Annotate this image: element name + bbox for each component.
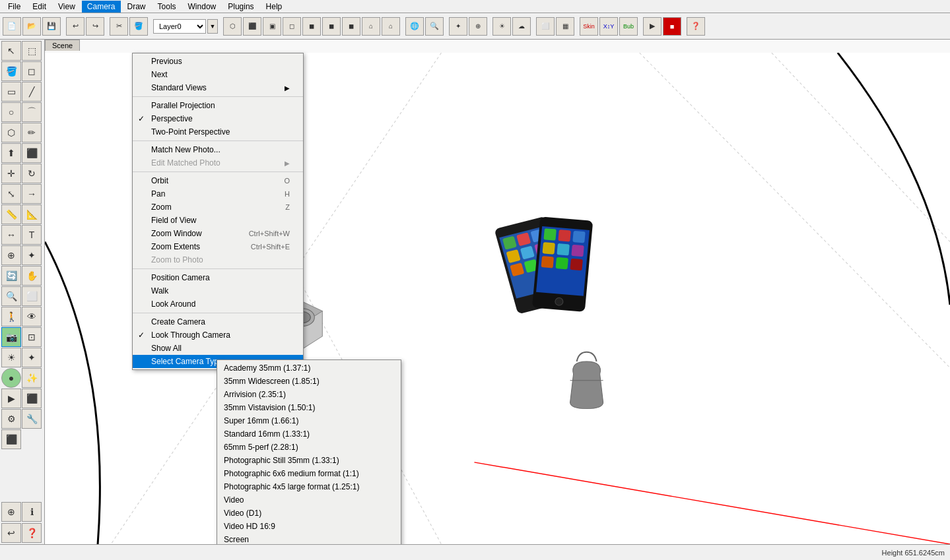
menu-item-orbit[interactable]: Orbit O	[133, 174, 303, 187]
wire-btn[interactable]: ▦	[556, 17, 574, 36]
scale-tool[interactable]: ⤡	[1, 184, 21, 204]
menu-window[interactable]: Window	[183, 1, 222, 13]
layer-dropdown[interactable]: Layer0	[153, 19, 206, 34]
menu-item-previous[interactable]: Previous	[133, 55, 303, 68]
extra2-tool[interactable]: ✦	[22, 348, 42, 367]
camera-type-photo6x6[interactable]: Photographic 6x6 medium format (1:1)	[217, 467, 401, 480]
freehand-tool[interactable]: ✏	[22, 123, 42, 142]
help-btn[interactable]: ❓	[687, 17, 705, 36]
xaxis-btn[interactable]: X↕Y	[599, 17, 618, 36]
menu-item-pan[interactable]: Pan H	[133, 187, 303, 201]
camera-type-photo35[interactable]: Photographic Still 35mm (1.33:1)	[217, 454, 401, 467]
camera-type-video[interactable]: Video	[217, 493, 401, 507]
menu-plugins[interactable]: Plugins	[222, 1, 259, 13]
look-around-tool[interactable]: 👁	[22, 307, 42, 327]
camera-type-35mm-wide[interactable]: 35mm Widescreen (1.85:1)	[217, 375, 401, 388]
extra5-tool[interactable]: ▶	[1, 389, 21, 408]
rect-tool[interactable]: ▭	[1, 82, 21, 102]
menu-item-perspective[interactable]: ✓ Perspective	[133, 112, 303, 125]
menu-view[interactable]: View	[53, 1, 81, 13]
menu-item-next[interactable]: Next	[133, 68, 303, 81]
paint-tool[interactable]: 🪣	[1, 61, 21, 81]
camera-type-65mm[interactable]: 65mm 5-perf (2.28:1)	[217, 441, 401, 454]
section-btn[interactable]: ✦	[449, 17, 467, 36]
nav4-tool[interactable]: ❓	[22, 523, 42, 543]
bub-btn[interactable]: Bub	[619, 17, 638, 36]
move-tool[interactable]: ✛	[1, 164, 21, 183]
menu-item-match-new[interactable]: Match New Photo...	[133, 143, 303, 156]
orbit-tool[interactable]: 🔄	[1, 266, 21, 286]
zoom-extents-tool[interactable]: ⊡	[22, 327, 42, 347]
menu-file[interactable]: File	[3, 1, 26, 13]
menu-item-two-point[interactable]: Two-Point Perspective	[133, 125, 303, 139]
position-camera-tool[interactable]: 📷	[1, 327, 21, 347]
follow-me-tool[interactable]: →	[22, 184, 42, 204]
menu-item-edit-matched[interactable]: Edit Matched Photo ▶	[133, 156, 303, 170]
line-tool[interactable]: ╱	[22, 82, 42, 102]
menu-item-field-of-view[interactable]: Field of View	[133, 214, 303, 227]
protractor-tool[interactable]: 📐	[22, 204, 42, 224]
offset-tool[interactable]: ⬛	[22, 143, 42, 163]
circle-tool[interactable]: ○	[1, 102, 21, 122]
menu-item-look-around[interactable]: Look Around	[133, 297, 303, 311]
undo-btn[interactable]: ↩	[66, 17, 85, 36]
menu-item-create-camera[interactable]: Create Camera	[133, 315, 303, 328]
menu-item-look-through[interactable]: ✓ Look Through Camera	[133, 328, 303, 342]
xray-btn[interactable]: ⬜	[536, 17, 555, 36]
shadow-btn[interactable]: ☀	[492, 17, 511, 36]
fog-btn[interactable]: ☁	[512, 17, 531, 36]
stop-btn[interactable]: ■	[663, 17, 681, 36]
extra3-tool[interactable]: ●	[1, 368, 21, 388]
menu-item-position-camera[interactable]: Position Camera	[133, 271, 303, 284]
camera-type-video-hd[interactable]: Video HD 16:9	[217, 520, 401, 533]
dim-tool[interactable]: ↔	[1, 225, 21, 245]
new-btn[interactable]: 📄	[3, 17, 21, 36]
skin-btn[interactable]: Skin	[580, 17, 598, 36]
right-btn[interactable]: ◻	[283, 17, 301, 36]
push-pull-tool[interactable]: ⬆	[1, 143, 21, 163]
paint-btn[interactable]: 🪣	[129, 17, 148, 36]
menu-tools[interactable]: Tools	[153, 1, 182, 13]
menu-item-standard-views[interactable]: Standard Views ▶	[133, 81, 303, 94]
erase-tool[interactable]: ◻	[22, 61, 42, 81]
camera-type-screen[interactable]: Screen	[217, 533, 401, 544]
pan-tool[interactable]: ✋	[22, 266, 42, 286]
extra1-tool[interactable]: ☀	[1, 348, 21, 367]
camera-type-vistavision[interactable]: 35mm Vistavision (1.50:1)	[217, 401, 401, 414]
text-tool[interactable]: T	[22, 225, 42, 245]
zoom-tool[interactable]: 🔍	[1, 286, 21, 306]
nav2-tool[interactable]: ℹ	[22, 502, 42, 522]
iso-btn[interactable]: ⬡	[223, 17, 242, 36]
menu-item-parallel[interactable]: Parallel Projection	[133, 99, 303, 112]
camera-type-academy35[interactable]: Academy 35mm (1.37:1)	[217, 361, 401, 375]
extra6-tool[interactable]: ⬛	[22, 389, 42, 408]
menu-help[interactable]: Help	[261, 1, 288, 13]
rotate-tool[interactable]: ↻	[22, 164, 42, 183]
select-btn[interactable]: ✂	[110, 17, 128, 36]
arc-tool[interactable]: ⌒	[22, 102, 42, 122]
menu-item-zoom-window[interactable]: Zoom Window Ctrl+Shift+W	[133, 227, 303, 240]
open-btn[interactable]: 📂	[22, 17, 41, 36]
scene-tab[interactable]: Scene	[45, 40, 80, 51]
extra9-tool[interactable]: ⬛	[1, 429, 21, 449]
menu-item-show-all[interactable]: Show All	[133, 342, 303, 355]
orbit-tb-btn[interactable]: 🌐	[405, 17, 424, 36]
menu-item-walk[interactable]: Walk	[133, 284, 303, 297]
extra4-tool[interactable]: ✨	[22, 368, 42, 388]
zoom-tb-btn[interactable]: 🔍	[425, 17, 444, 36]
layer-dropdown-arrow[interactable]: ▼	[207, 19, 218, 34]
menu-item-zoom-to-photo[interactable]: Zoom to Photo	[133, 253, 303, 266]
menu-draw[interactable]: Draw	[122, 1, 151, 13]
menu-camera[interactable]: Camera	[82, 1, 121, 13]
camera-type-arrivision[interactable]: Arrivision (2.35:1)	[217, 388, 401, 401]
walk-tool[interactable]: 🚶	[1, 307, 21, 327]
axes-tool[interactable]: ⊕	[1, 245, 21, 265]
back-btn[interactable]: ◼	[302, 17, 321, 36]
camera-type-super16[interactable]: Super 16mm (1.66:1)	[217, 414, 401, 427]
select-tool[interactable]: ↖	[1, 41, 21, 61]
section-tool[interactable]: ✦	[22, 245, 42, 265]
camera-type-video-d1[interactable]: Video (D1)	[217, 507, 401, 520]
tape-tool[interactable]: 📏	[1, 204, 21, 224]
poly-tool[interactable]: ⬡	[1, 123, 21, 142]
axes-btn[interactable]: ⊕	[469, 17, 487, 36]
